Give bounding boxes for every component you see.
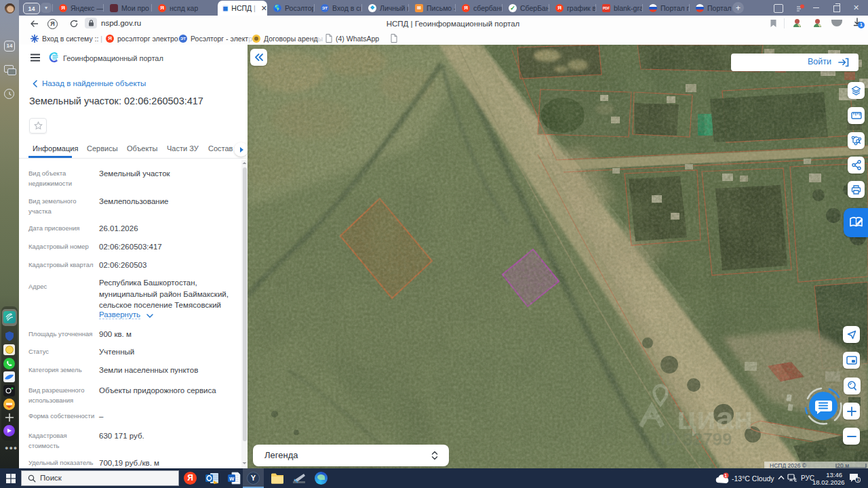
svg-text:1: 1 [724,473,727,478]
svg-text:w: w [229,475,235,482]
svg-text:1: 1 [856,477,859,482]
